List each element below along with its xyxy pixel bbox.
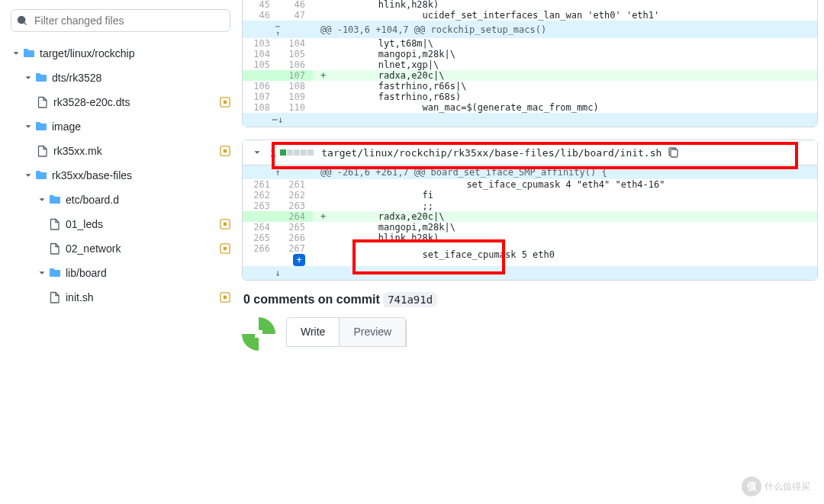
tree-label: rk35xx.mk (53, 145, 102, 157)
tree-label: rk35xx/base-files (52, 169, 132, 181)
folder-icon (35, 120, 47, 133)
svg-point-9 (224, 296, 227, 299)
chevron-down-icon (11, 48, 21, 59)
search-icon (17, 15, 27, 26)
comment-form: Write Preview (242, 317, 818, 351)
tree-label: rk3528-e20c.dts (53, 96, 130, 108)
svg-rect-10 (671, 149, 678, 157)
diff-table: ↑ @@ -261,6 +261,7 @@ board_set_iface_SM… (243, 165, 817, 280)
hunk-header[interactable]: ⋯↑ @@ -103,6 +104,7 @@ rockchip_setup_ma… (243, 21, 817, 38)
svg-point-5 (224, 223, 227, 226)
tree-label: 01_leds (66, 218, 103, 230)
svg-point-7 (224, 247, 227, 250)
avatar[interactable] (242, 317, 275, 351)
comment-tabnav: Write Preview (286, 317, 407, 347)
modified-icon (220, 292, 230, 303)
diff-line[interactable]: 4647 ucidef_set_interfaces_lan_wan 'eth0… (243, 10, 817, 21)
file-tree: target/linux/rockchip dts/rk3528 rk3528-… (6, 41, 235, 310)
comments-count-text: 0 comments on commit (243, 293, 380, 306)
diff-line[interactable]: 105106 nlnet,xgp|\ (243, 59, 817, 70)
modified-icon (220, 97, 230, 108)
modified-icon (220, 146, 230, 156)
modified-icon (220, 219, 230, 230)
file-icon (49, 242, 61, 255)
diff-line[interactable]: 104105 mangopi,m28k|\ (243, 49, 817, 59)
tree-folder[interactable]: etc/board.d (6, 188, 235, 212)
tree-label: init.sh (66, 291, 94, 303)
tree-file[interactable]: 01_leds (6, 212, 235, 236)
diff-line[interactable]: 261261 set_iface_cpumask 4 "eth4" "eth4-… (243, 179, 817, 190)
diff-line[interactable]: 107109 fastrhino,r68s) (243, 91, 817, 102)
tree-label: target/linux/rockchip (40, 47, 135, 59)
diff-line[interactable]: 264+ radxa,e20c|\ (243, 211, 817, 222)
comments-header: 0 comments on commit 741a91d (243, 293, 818, 307)
diff-line[interactable]: 108110 wan_mac=$(generate_mac_from_mmc) (243, 102, 817, 113)
hunk-text: @@ -261,6 +261,7 @@ board_set_iface_SMP_… (313, 165, 817, 179)
tree-file[interactable]: rk3528-e20c.dts (6, 90, 235, 114)
diff-stat-bar (280, 149, 314, 156)
tree-label: image (52, 120, 81, 133)
diff-line[interactable]: 4546 hlink,h28k) (243, 0, 817, 10)
diff-line[interactable]: 262262 fi (243, 190, 817, 201)
diff-line[interactable]: 107+ radxa,e20c|\ (243, 70, 817, 81)
tab-write[interactable]: Write (287, 318, 340, 346)
svg-point-3 (224, 149, 227, 152)
diff-file-network: 4546 hlink,h28k)4647 ucidef_set_interfac… (242, 0, 818, 127)
folder-icon (35, 72, 47, 84)
tree-file[interactable]: rk35xx.mk (6, 139, 235, 163)
diff-main: 4546 hlink,h28k)4647 ucidef_set_interfac… (242, 0, 824, 504)
diff-line[interactable]: 264265 mangopi,m28k|\ (243, 222, 817, 233)
folder-icon (23, 47, 35, 59)
file-icon (49, 218, 61, 230)
diff-line[interactable]: 265266 hlink,h28k) (243, 233, 817, 243)
tree-label: etc/board.d (66, 194, 119, 206)
modified-icon (220, 243, 230, 254)
expand-down[interactable]: ↓ (243, 266, 817, 280)
svg-point-1 (224, 101, 227, 104)
tree-folder-root[interactable]: target/linux/rockchip (6, 41, 235, 66)
tree-folder[interactable]: dts/rk3528 (6, 66, 235, 90)
diff-file-init: 1 target/linux/rockchip/rk35xx/base-file… (242, 140, 818, 281)
tree-folder[interactable]: image (6, 114, 235, 139)
chevron-down-icon (37, 194, 47, 205)
filter-input[interactable] (11, 9, 230, 32)
folder-icon (49, 267, 61, 279)
folder-icon (35, 169, 47, 181)
folder-icon (49, 194, 61, 206)
tree-label: lib/board (66, 267, 107, 279)
chevron-down-icon[interactable] (252, 147, 262, 158)
commit-sha[interactable]: 741a91d (383, 292, 437, 307)
diff-table: 4546 hlink,h28k)4647 ucidef_set_interfac… (243, 0, 817, 127)
file-icon (37, 145, 49, 157)
tab-preview[interactable]: Preview (340, 318, 406, 346)
copy-icon[interactable] (668, 146, 680, 159)
tree-file[interactable]: init.sh (6, 285, 235, 310)
tree-folder[interactable]: lib/board (6, 261, 235, 285)
filter-wrap (6, 9, 235, 32)
tree-folder[interactable]: rk35xx/base-files (6, 163, 235, 188)
hunk-text: @@ -103,6 +104,7 @@ rockchip_setup_macs(… (313, 21, 817, 38)
watermark: 值什么值得买 (742, 477, 810, 496)
chevron-down-icon (23, 121, 34, 132)
tree-label: dts/rk3528 (52, 72, 101, 84)
diff-line[interactable]: 263263 ;; (243, 201, 817, 211)
hunk-header[interactable]: ↑ @@ -261,6 +261,7 @@ board_set_iface_SM… (243, 165, 817, 179)
diff-line[interactable]: 106108 fastrhino,r66s|\ (243, 81, 817, 91)
chevron-down-icon (37, 268, 47, 278)
file-header: 1 target/linux/rockchip/rk35xx/base-file… (243, 140, 817, 165)
file-icon (49, 291, 61, 303)
chevron-down-icon (23, 72, 34, 83)
file-tree-sidebar: target/linux/rockchip dts/rk3528 rk3528-… (0, 0, 242, 504)
add-comment-button[interactable]: + (293, 254, 305, 266)
file-icon (37, 96, 49, 108)
expand-down[interactable]: ⋯↓ (243, 113, 817, 127)
diff-line[interactable]: 103104 lyt,t68m|\ (243, 38, 817, 49)
change-count: 1 (270, 147, 275, 159)
tree-label: 02_network (66, 242, 121, 255)
tree-file[interactable]: 02_network (6, 236, 235, 261)
diff-line[interactable]: 266267+ set_iface_cpumask 5 eth0 (243, 243, 817, 266)
file-path[interactable]: target/linux/rockchip/rk35xx/base-files/… (321, 147, 661, 159)
chevron-down-icon (23, 170, 34, 181)
